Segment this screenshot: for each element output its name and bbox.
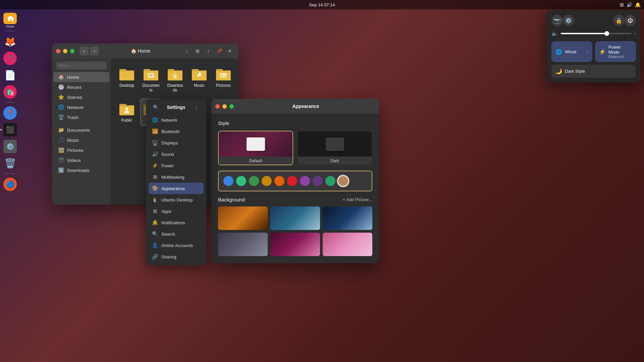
settings-item-online-accounts[interactable]: 👤 Online Accounts (149, 240, 204, 251)
sidebar-item-downloads[interactable]: ⬇️ Downloads (53, 165, 109, 175)
qs-settings-button[interactable]: ⚙️ (563, 15, 574, 26)
maximize-button[interactable] (70, 49, 74, 53)
bluetooth-settings-icon: 📶 (152, 128, 158, 134)
add-picture-button[interactable]: + Add Picture... (342, 197, 372, 202)
qs-power-button[interactable]: ⏻ (625, 15, 636, 26)
close-window-button[interactable]: ✕ (225, 47, 234, 55)
settings-item-network[interactable]: 🌐 Network (149, 114, 204, 126)
sidebar-item-starred[interactable]: ⭐ Starred (53, 92, 109, 102)
sidebar-item-videos[interactable]: 🎬 Videos (53, 155, 109, 165)
close-button[interactable] (56, 49, 60, 53)
color-dot-tan[interactable] (338, 176, 348, 186)
dock-item-ubuntu-software[interactable]: 🛍️ (2, 84, 18, 100)
bg-thumb-5[interactable] (270, 233, 320, 256)
file-item-documents[interactable]: Documents (140, 64, 162, 96)
dock-item-ubuntu[interactable]: 🔵 (2, 177, 18, 192)
bg-thumb-1[interactable] (218, 206, 268, 230)
topbar-right-icons: ⊞ 🔊 🔔 (620, 2, 641, 7)
qs-power-mode-card[interactable]: ⚡ Power Mode Balanced (595, 41, 636, 62)
view-toggle-button[interactable]: ⊞ (193, 47, 202, 55)
bell-topbar-icon[interactable]: 🔔 (635, 2, 641, 7)
file-item-pictures[interactable]: Pictures (213, 64, 234, 96)
settings-item-multitasking[interactable]: ⊞ Multitasking (149, 171, 204, 183)
volume-expand-arrow[interactable]: › (634, 31, 636, 37)
file-item-music[interactable]: Music (189, 64, 210, 96)
color-dot-teal[interactable] (236, 176, 246, 186)
volume-topbar-icon[interactable]: 🔊 (627, 2, 632, 7)
settings-item-displays[interactable]: 🖥️ Displays (149, 137, 204, 148)
color-dot-dark-green[interactable] (325, 176, 335, 186)
sidebar-item-recent[interactable]: 🕐 Recent (53, 82, 109, 92)
folder-documents-icon (142, 67, 160, 82)
settings-item-bluetooth[interactable]: 📶 Bluetooth (149, 126, 204, 137)
sidebar-item-documents[interactable]: 📁 Documents (53, 125, 109, 135)
sidebar-item-trash[interactable]: 🗑️ Trash (53, 112, 109, 122)
appearance-window: Appearance Style Default Dark (211, 99, 379, 263)
forward-button[interactable]: › (90, 47, 99, 55)
settings-item-power[interactable]: ⚡ Power (149, 160, 204, 171)
settings-item-sound[interactable]: 🔊 Sound (149, 148, 204, 160)
dock-separator (5, 31, 15, 31)
sidebar-search-input[interactable] (56, 62, 107, 69)
sidebar-item-network[interactable]: 🌐 Network (53, 102, 109, 112)
menu-button[interactable]: ⋮ (182, 47, 191, 55)
color-dot-orange[interactable] (274, 176, 284, 186)
sidebar-label-pictures: Pictures (67, 148, 84, 153)
color-dot-pink[interactable] (300, 176, 310, 186)
displays-settings-icon: 🖥️ (152, 140, 158, 146)
qs-wired-card[interactable]: 🌐 Wired › (551, 41, 592, 62)
color-dot-blue[interactable] (223, 176, 233, 186)
settings-menu-toggle[interactable]: ⋮ (192, 103, 201, 112)
bg-thumb-6[interactable] (323, 233, 372, 256)
style-section-title: Style (218, 120, 372, 126)
qs-lock-button[interactable]: 🔒 (613, 15, 625, 26)
settings-item-appearance[interactable]: 🎨 Appearance (149, 183, 204, 194)
dock-item-settings[interactable]: ⚙️ (2, 139, 18, 154)
bg-thumb-2[interactable] (270, 206, 320, 230)
file-item-desktop[interactable]: Desktop (116, 64, 138, 96)
settings-label-apps: Apps (161, 209, 171, 214)
settings-panel-header: 🔍 Settings ⋮ (149, 102, 204, 114)
bg-thumb-4[interactable] (218, 233, 268, 256)
style-option-dark[interactable]: Dark (297, 131, 372, 165)
qs-screenshot-button[interactable]: 📷 (551, 15, 563, 26)
bg-thumb-3[interactable] (323, 206, 372, 230)
topbar-datetime: Sep 14 07:14 (0, 2, 644, 7)
qs-dark-style-card[interactable]: 🌙 Dark Style (551, 65, 636, 78)
dock-item-home[interactable]: Home (2, 13, 18, 28)
settings-item-ubuntu-desktop[interactable]: 🐧 Ubuntu Desktop (149, 194, 204, 205)
color-dot-green[interactable] (249, 176, 259, 186)
settings-item-notifications[interactable]: 🔔 Notifications (149, 217, 204, 228)
dock-item-firefox[interactable]: 🦊 (2, 34, 18, 49)
appearance-maximize-button[interactable] (229, 104, 234, 109)
settings-item-search[interactable]: 🔍 Search (149, 228, 204, 240)
dock-label-home: Home (6, 25, 14, 28)
dock-item-terminal[interactable]: ⬛ (2, 122, 18, 137)
dock-item-trash[interactable]: 🗑️ (2, 156, 18, 171)
pin-button[interactable]: 📌 (215, 47, 223, 55)
sidebar-item-pictures[interactable]: 🖼️ Pictures (53, 145, 109, 155)
sidebar-item-music[interactable]: 🎵 Music (53, 135, 109, 145)
settings-item-apps[interactable]: ⊞ Apps (149, 205, 204, 217)
settings-item-sharing[interactable]: 🔗 Sharing (149, 251, 204, 262)
sidebar-item-home[interactable]: 🏠 Home (53, 72, 109, 82)
file-item-public[interactable]: Public (116, 99, 138, 126)
dock-item-help[interactable]: ❓ (2, 105, 18, 121)
color-dot-purple[interactable] (313, 176, 323, 186)
dock-item-libreoffice[interactable]: 📄 (2, 67, 18, 83)
sort-button[interactable]: ↕ (204, 47, 213, 55)
color-dot-yellow[interactable] (262, 176, 272, 186)
back-button[interactable]: ‹ (80, 47, 89, 55)
minimize-button[interactable] (63, 49, 67, 53)
appearance-close-button[interactable] (215, 104, 220, 109)
network-topbar-icon[interactable]: ⊞ (620, 2, 624, 7)
color-dot-red[interactable] (287, 176, 297, 186)
settings-search-toggle[interactable]: 🔍 (151, 103, 160, 112)
file-item-downloads[interactable]: Downloads (164, 64, 186, 96)
appearance-minimize-button[interactable] (222, 104, 227, 109)
dock-item-rhythmbox[interactable]: 🎵 (2, 51, 18, 66)
titlebar-nav: ‹ › (80, 47, 99, 55)
qs-card-text-power: Power Mode Balanced (608, 45, 632, 59)
style-option-default[interactable]: Default (218, 131, 293, 165)
volume-slider[interactable] (561, 33, 632, 34)
